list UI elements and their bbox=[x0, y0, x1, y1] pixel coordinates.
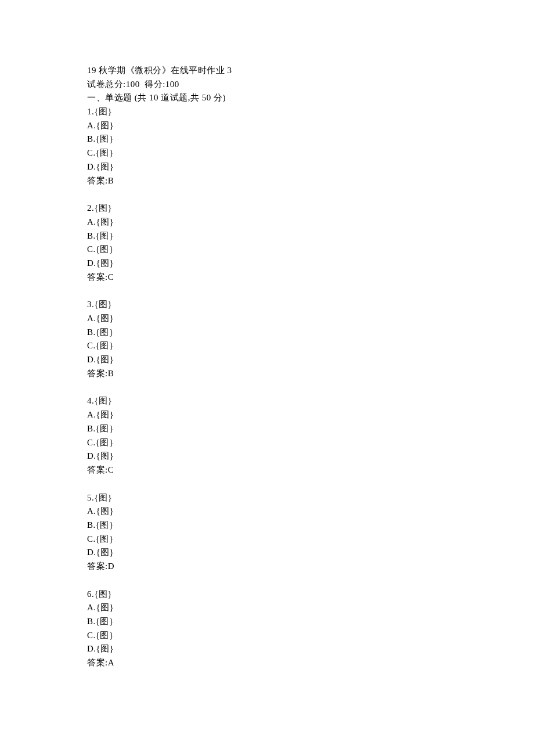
score-line: 试卷总分:100 得分:100 bbox=[87, 78, 447, 92]
option-d: D.{图} bbox=[87, 353, 447, 367]
option-c: C.{图} bbox=[87, 146, 447, 160]
answer-line: 答案:C bbox=[87, 271, 447, 285]
option-c: C.{图} bbox=[87, 436, 447, 450]
answer-line: 答案:A bbox=[87, 656, 447, 670]
section-heading: 一、单选题 (共 10 道试题,共 50 分) bbox=[87, 91, 447, 105]
option-a: A.{图} bbox=[87, 215, 447, 229]
option-d: D.{图} bbox=[87, 257, 447, 271]
option-b: B.{图} bbox=[87, 326, 447, 340]
answer-line: 答案:D bbox=[87, 560, 447, 574]
option-b: B.{图} bbox=[87, 132, 447, 146]
option-d: D.{图} bbox=[87, 160, 447, 174]
question-block: 4.{图}A.{图}B.{图}C.{图}D.{图}答案:C bbox=[87, 394, 447, 477]
assignment-title: 19 秋学期《微积分》在线平时作业 3 bbox=[87, 64, 447, 78]
option-c: C.{图} bbox=[87, 629, 447, 643]
option-d: D.{图} bbox=[87, 449, 447, 463]
option-b: B.{图} bbox=[87, 229, 447, 243]
document-page: 19 秋学期《微积分》在线平时作业 3 试卷总分:100 得分:100 一、单选… bbox=[87, 64, 447, 670]
question-block: 2.{图}A.{图}B.{图}C.{图}D.{图}答案:C bbox=[87, 201, 447, 284]
option-b: B.{图} bbox=[87, 519, 447, 532]
question-block: 6.{图}A.{图}B.{图}C.{图}D.{图}答案:A bbox=[87, 588, 447, 670]
option-b: B.{图} bbox=[87, 615, 447, 629]
question-line: 3.{图} bbox=[87, 298, 447, 312]
option-a: A.{图} bbox=[87, 505, 447, 519]
option-c: C.{图} bbox=[87, 243, 447, 257]
option-a: A.{图} bbox=[87, 119, 447, 133]
option-a: A.{图} bbox=[87, 601, 447, 615]
question-line: 4.{图} bbox=[87, 394, 447, 408]
question-block: 5.{图}A.{图}B.{图}C.{图}D.{图}答案:D bbox=[87, 491, 447, 574]
option-d: D.{图} bbox=[87, 546, 447, 560]
option-b: B.{图} bbox=[87, 422, 447, 436]
question-block: 3.{图}A.{图}B.{图}C.{图}D.{图}答案:B bbox=[87, 298, 447, 380]
question-block: 1.{图}A.{图}B.{图}C.{图}D.{图}答案:B bbox=[87, 105, 447, 188]
option-c: C.{图} bbox=[87, 339, 447, 353]
option-a: A.{图} bbox=[87, 408, 447, 422]
option-c: C.{图} bbox=[87, 532, 447, 546]
answer-line: 答案:B bbox=[87, 174, 447, 188]
option-d: D.{图} bbox=[87, 642, 447, 656]
question-line: 5.{图} bbox=[87, 491, 447, 505]
question-line: 2.{图} bbox=[87, 201, 447, 215]
answer-line: 答案:C bbox=[87, 463, 447, 477]
answer-line: 答案:B bbox=[87, 367, 447, 381]
question-line: 6.{图} bbox=[87, 588, 447, 602]
question-line: 1.{图} bbox=[87, 105, 447, 119]
option-a: A.{图} bbox=[87, 312, 447, 326]
